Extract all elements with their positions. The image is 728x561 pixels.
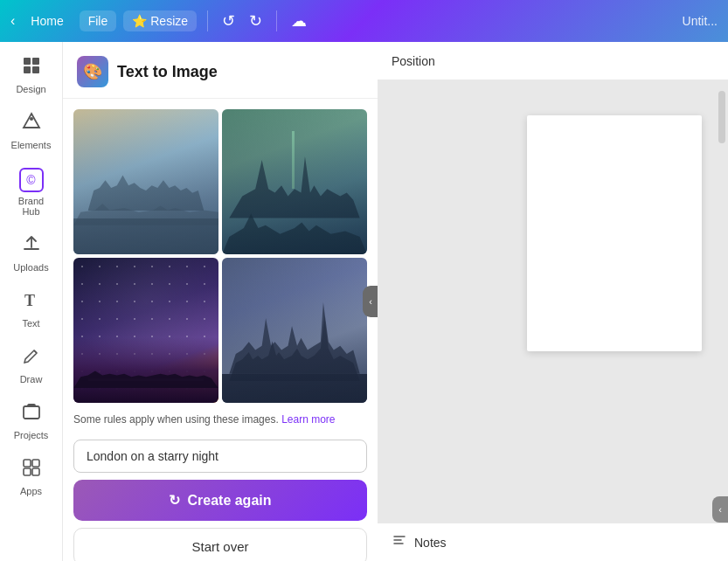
sidebar-apps-label: Apps xyxy=(20,486,42,496)
sidebar-item-elements[interactable]: Elements xyxy=(3,105,59,157)
sidebar-uploads-label: Uploads xyxy=(13,262,48,273)
file-label: File xyxy=(88,14,108,28)
sidebar-item-apps[interactable]: Apps xyxy=(3,451,59,503)
rules-text: Some rules apply when using these images… xyxy=(63,403,378,436)
home-label: Home xyxy=(31,14,63,28)
brand-hub-icon: © xyxy=(19,168,44,192)
scrollbar-thumb[interactable] xyxy=(718,91,725,143)
generated-image-2[interactable] xyxy=(222,109,367,254)
sidebar-item-draw[interactable]: Draw xyxy=(3,339,59,391)
cloud-icon: ☁ xyxy=(291,11,307,31)
sidebar-elements-label: Elements xyxy=(11,140,52,150)
sidebar-item-text[interactable]: T Text xyxy=(3,283,59,336)
undo-icon: ↺ xyxy=(222,11,235,31)
bottom-collapse-arrow[interactable]: ‹ xyxy=(712,496,728,523)
document-title: Untit... xyxy=(683,14,718,28)
text-to-image-icon: 🎨 xyxy=(83,62,102,81)
home-button[interactable]: Home xyxy=(22,10,72,31)
design-icon xyxy=(22,56,41,80)
position-bar: Position xyxy=(378,42,728,80)
sidebar-item-brand-hub[interactable]: © Brand Hub xyxy=(3,161,59,224)
learn-more-link[interactable]: Learn more xyxy=(281,413,335,426)
create-again-label: Create again xyxy=(187,493,271,509)
svg-rect-8 xyxy=(24,460,31,467)
resize-emoji: ⭐ xyxy=(132,14,147,28)
apps-icon xyxy=(22,458,41,482)
svg-rect-10 xyxy=(24,468,31,475)
right-area: Position ‹ Notes xyxy=(378,42,728,561)
svg-rect-3 xyxy=(32,66,39,73)
svg-rect-0 xyxy=(24,58,31,65)
panel-title: Text to Image xyxy=(117,63,218,81)
scrollbar-area[interactable] xyxy=(716,80,728,484)
resize-button[interactable]: ⭐ Resize xyxy=(123,10,197,31)
cloud-save-button[interactable]: ☁ xyxy=(288,8,310,34)
projects-icon xyxy=(22,402,41,426)
canvas-page[interactable] xyxy=(527,115,702,351)
start-over-button[interactable]: Start over xyxy=(73,528,367,561)
sidebar-item-design[interactable]: Design xyxy=(3,49,59,101)
draw-icon xyxy=(22,346,41,371)
generated-image-4[interactable] xyxy=(222,258,367,403)
redo-button[interactable]: ↻ xyxy=(246,8,266,34)
text-to-image-panel: 🎨 Text to Image xyxy=(63,42,378,561)
svg-rect-7 xyxy=(24,406,39,419)
panel-header-icon: 🎨 xyxy=(77,56,108,87)
sidebar-projects-label: Projects xyxy=(14,430,49,440)
svg-rect-11 xyxy=(32,468,39,475)
panel-header: 🎨 Text to Image xyxy=(63,42,378,99)
notes-bar: Notes xyxy=(378,523,728,561)
notes-label: Notes xyxy=(414,536,447,550)
sidebar: Design Elements © Brand Hub Uploads T Te… xyxy=(0,42,63,561)
create-again-button[interactable]: ↻ Create again xyxy=(73,480,367,521)
start-over-label: Start over xyxy=(191,539,248,554)
main-layout: Design Elements © Brand Hub Uploads T Te… xyxy=(0,42,728,561)
svg-text:T: T xyxy=(24,292,35,309)
elements-icon xyxy=(22,112,41,136)
svg-rect-9 xyxy=(32,460,39,467)
undo-button[interactable]: ↺ xyxy=(218,8,239,34)
sidebar-item-projects[interactable]: Projects xyxy=(3,395,59,447)
header-divider-2 xyxy=(276,10,277,31)
app-header: ‹ Home File ⭐ Resize ↺ ↻ ☁ Untit... xyxy=(0,0,728,42)
bottom-collapse-icon: ‹ xyxy=(718,504,722,515)
collapse-icon: ‹ xyxy=(369,296,372,307)
svg-point-5 xyxy=(30,117,33,121)
resize-label: Resize xyxy=(150,14,188,28)
sidebar-item-uploads[interactable]: Uploads xyxy=(3,227,59,280)
svg-rect-1 xyxy=(32,58,39,65)
uploads-icon xyxy=(22,234,41,259)
header-divider xyxy=(207,10,208,31)
generated-image-1[interactable] xyxy=(73,109,218,254)
file-button[interactable]: File xyxy=(80,10,117,31)
generated-images-grid xyxy=(63,99,378,403)
sidebar-draw-label: Draw xyxy=(20,374,43,384)
create-again-icon: ↻ xyxy=(169,492,180,509)
panel-collapse-arrow[interactable]: ‹ xyxy=(363,286,378,317)
redo-icon: ↻ xyxy=(249,11,262,31)
text-icon: T xyxy=(22,290,41,315)
back-button[interactable]: ‹ xyxy=(10,13,15,29)
sidebar-design-label: Design xyxy=(16,84,45,94)
stars-decoration xyxy=(73,258,218,403)
svg-rect-2 xyxy=(24,66,31,73)
prompt-input[interactable] xyxy=(73,440,367,473)
generated-image-3[interactable] xyxy=(73,258,218,403)
sidebar-text-label: Text xyxy=(22,318,39,329)
sidebar-brand-hub-label: Brand Hub xyxy=(9,196,54,217)
canvas-area[interactable] xyxy=(378,80,728,523)
notes-icon xyxy=(392,533,407,551)
position-label: Position xyxy=(392,54,435,68)
